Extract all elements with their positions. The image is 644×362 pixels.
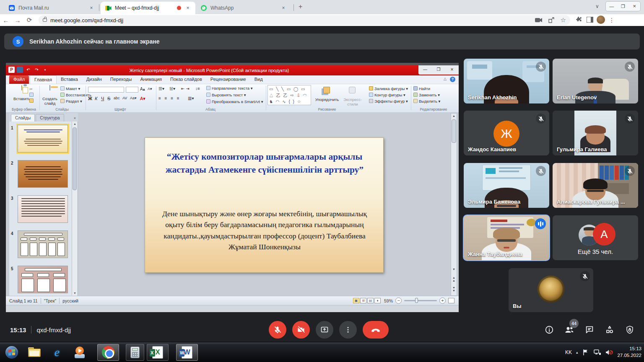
ribbon-tab-transitions[interactable]: Переходы (106, 75, 136, 84)
camera-permission-icon[interactable] (535, 18, 543, 23)
shapes-gallery[interactable]: ▭ ╲ ╲ ▭ ◯ ▭△ 乙 乙 ⇨ ⇩ ◠♞ ◠ ∿ { } ☆ (267, 85, 311, 105)
zoom-slider[interactable] (404, 300, 437, 301)
profile-avatar[interactable] (595, 16, 606, 25)
columns-icon[interactable]: ▥▾ (188, 96, 194, 101)
meeting-details-icon[interactable] (544, 325, 554, 335)
ribbon-tab-file[interactable]: Файл (9, 75, 29, 84)
previous-slide-button[interactable]: ▲▲ (451, 276, 457, 282)
participant-tile-serikhan[interactable]: Serikhan Akhozhin (464, 59, 549, 103)
panel-scrollbar[interactable]: ▲ ▼ (72, 122, 77, 295)
shrink-font-icon[interactable]: A▾ (148, 87, 152, 91)
mic-toggle-button[interactable] (269, 321, 286, 339)
bookmark-star-icon[interactable]: ☆ (561, 16, 566, 24)
slides-tab[interactable]: Слайды (11, 114, 35, 122)
taskbar-wmp-button[interactable] (69, 344, 91, 361)
forward-icon[interactable]: → (12, 17, 23, 24)
tab-mail[interactable]: Почта Mail.ru × (4, 3, 99, 13)
close-button[interactable]: × (629, 2, 640, 11)
ribbon-tab-view[interactable]: Вид (250, 75, 267, 84)
shape-outline-button[interactable]: Контур фигуры ▾ (369, 93, 405, 97)
align-icons[interactable]: ≡ ≡ ≡ ≡ (158, 96, 181, 101)
network-icon[interactable] (594, 349, 601, 356)
numbering-icon[interactable]: ☱▾ (169, 86, 175, 91)
more-participants-tile[interactable]: A Ещё 35 чел. (553, 215, 638, 260)
shape-fill-button[interactable]: Заливка фигуры ▾ (369, 86, 408, 91)
language-indicator[interactable]: KK (565, 349, 572, 355)
browser-menu-kebab-icon[interactable]: ⋮ (606, 17, 617, 23)
tab-meet[interactable]: Meet – qxd-fmxd-djj × (101, 2, 195, 14)
taskbar-calculator-button[interactable] (126, 344, 144, 361)
ppt-close-button[interactable]: × (445, 65, 459, 75)
taskbar-chrome-button[interactable] (97, 344, 119, 361)
share-icon[interactable] (548, 17, 555, 23)
minimize-button[interactable]: — (606, 2, 617, 11)
grow-font-icon[interactable]: A▴ (140, 87, 145, 91)
tab-search-chevron-icon[interactable]: ∨ (595, 3, 599, 9)
present-button[interactable] (316, 321, 333, 339)
new-slide-button[interactable]: Создать слайд (41, 86, 59, 106)
panel-close-icon[interactable]: × (74, 116, 76, 122)
next-slide-button[interactable]: ▼▼ (451, 286, 457, 292)
taskbar-ie-button[interactable]: e (46, 344, 68, 361)
underline-button[interactable]: Ч (101, 96, 104, 101)
activities-icon[interactable] (605, 325, 615, 335)
slide-sorter-icon[interactable]: ⊞ (360, 298, 366, 303)
participant-tile-erlan[interactable]: Erlan Utegenov (553, 59, 638, 103)
find-button[interactable]: Найти (413, 86, 430, 91)
start-button[interactable] (3, 344, 21, 361)
select-button[interactable]: Выделить ▾ (413, 99, 440, 103)
omnibox[interactable]: meet.google.com/qxd-fmxd-djj ☆ (39, 15, 570, 25)
copy-icon[interactable] (29, 93, 35, 97)
bullets-icon[interactable]: ☰▾ (158, 86, 164, 91)
leave-call-button[interactable] (363, 321, 389, 339)
cut-icon[interactable]: ✂ (29, 87, 33, 91)
outline-tab[interactable]: Структура (36, 114, 64, 122)
arrange-button[interactable]: Упорядочить (315, 87, 339, 102)
ribbon-tab-slideshow[interactable]: Показ слайдов (166, 75, 206, 84)
replace-button[interactable]: Заменить ▾ (413, 93, 440, 97)
participant-tile-elmira[interactable]: Эльмира Баженова (464, 163, 549, 208)
slide-thumbnail-4[interactable]: 4 (11, 230, 74, 258)
extensions-puzzle-icon[interactable] (574, 16, 584, 24)
text-direction-button[interactable]: Направление текста ▾ (206, 86, 252, 90)
back-icon[interactable]: ← (0, 17, 12, 24)
slideshow-icon[interactable]: ♦ (374, 298, 381, 303)
tab-close-icon[interactable]: × (280, 5, 287, 11)
taskbar-clock[interactable]: 15:13 27.05.2022 (617, 346, 641, 359)
chat-icon[interactable] (584, 325, 595, 335)
zoom-out-icon[interactable]: − (395, 297, 402, 304)
editor-scrollbar[interactable]: ▲ ▼ ▲▲ ▼▼ (451, 113, 457, 296)
participant-tile-zhandos[interactable]: Ж Жандос Канапиев (464, 111, 549, 155)
reading-view-icon[interactable]: ▤ (367, 298, 374, 303)
layout-button[interactable]: Макет ▾ (60, 86, 80, 91)
ribbon-tab-home[interactable]: Главная (30, 75, 57, 84)
tab-close-icon[interactable]: × (88, 5, 95, 11)
paste-button[interactable]: Вставить (13, 86, 30, 101)
restore-button[interactable]: ❐ (617, 2, 628, 11)
participant-tile-aliaskarova[interactable]: Алиаскарова Гульзира ... (553, 163, 638, 208)
section-button[interactable]: Раздел ▾ (60, 99, 82, 103)
more-options-button[interactable] (339, 321, 357, 339)
fit-to-window-icon[interactable] (448, 298, 454, 303)
ribbon-tab-animations[interactable]: Анимация (136, 75, 166, 84)
zoom-in-icon[interactable]: + (439, 297, 446, 304)
participant-tile-gulmira[interactable]: Гульмира Галиева (553, 111, 638, 155)
font-name-box[interactable] (88, 87, 124, 93)
slide-thumbnail-3[interactable]: 3 (11, 195, 74, 223)
ribbon-tab-insert[interactable]: Вставка (57, 75, 82, 84)
volume-muted-icon[interactable] (605, 349, 613, 356)
indent-icons[interactable]: ⇤ ⇥ (181, 86, 190, 91)
camera-toggle-button[interactable] (292, 321, 310, 339)
participants-icon[interactable]: 44 (564, 325, 574, 335)
tray-expand-icon[interactable]: ▴ (576, 350, 578, 354)
ppt-minimize-button[interactable]: — (418, 65, 432, 75)
char-spacing-icon[interactable]: AV (122, 96, 127, 100)
new-tab-button[interactable]: + (299, 3, 302, 10)
slide-thumbnail-5[interactable]: 5 (11, 266, 74, 293)
side-panel-icon[interactable] (584, 17, 595, 24)
action-center-flag-icon[interactable] (582, 349, 589, 356)
taskbar-explorer-button[interactable] (23, 344, 45, 361)
collapse-ribbon-icon[interactable]: △ (444, 77, 447, 82)
normal-view-icon[interactable]: ▣ (353, 298, 359, 303)
bold-button[interactable]: Ж (88, 96, 92, 101)
